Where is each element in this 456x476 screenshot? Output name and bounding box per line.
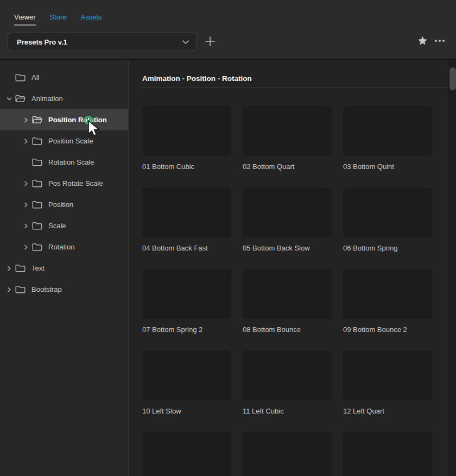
preset-thumbnail[interactable] [243, 432, 332, 476]
folder-open-icon [32, 116, 42, 124]
folder-icon [32, 201, 42, 209]
folder-icon [32, 222, 42, 230]
tab-assets[interactable]: Assets [81, 13, 102, 26]
folder-open-icon [15, 95, 26, 103]
chevron-right-icon[interactable] [23, 245, 32, 250]
folder-icon [15, 285, 26, 293]
preset-thumbnail[interactable] [142, 187, 231, 237]
preset-label: 03 Bottom Quint [343, 162, 432, 171]
sidebar-item-label: Animation [31, 95, 63, 103]
preset-thumbnail[interactable] [142, 106, 231, 156]
chevron-down-icon [182, 40, 189, 45]
sidebar-item-position-scale[interactable]: Position Scale [0, 130, 128, 152]
sidebar-item-position[interactable]: Position [0, 194, 128, 215]
preset-label: 08 Bottom Bounce [243, 325, 332, 334]
chevron-right-icon[interactable] [23, 181, 32, 186]
preset-thumbnail[interactable] [343, 432, 432, 476]
chevron-right-icon[interactable] [7, 287, 15, 292]
preset-thumbnail[interactable] [343, 350, 432, 400]
favorite-button[interactable] [415, 33, 430, 48]
tab-viewer[interactable]: Viewer [14, 13, 36, 26]
tab-bar: Viewer Store Assets [14, 13, 102, 26]
preset-grid-panel: Amimation - Position - Rotation 01 Botto… [129, 60, 448, 476]
preset-card[interactable]: 01 Bottom Cubic [142, 106, 231, 171]
collection-title: Amimation - Position - Rotation [142, 74, 252, 83]
sidebar-item-label: Text [31, 264, 45, 272]
sidebar-item-label: Scale [48, 222, 66, 230]
sidebar-item-label: Rotation [48, 243, 74, 251]
chevron-right-icon[interactable] [7, 266, 15, 271]
sidebar-item-label: All [31, 73, 39, 82]
preset-thumbnail[interactable] [243, 269, 332, 319]
preset-card[interactable] [243, 432, 332, 476]
scrollbar-thumb[interactable] [449, 67, 456, 90]
chevron-right-icon[interactable] [23, 202, 32, 208]
preset-card[interactable]: 09 Bottom Bounce 2 [343, 269, 432, 334]
preset-card[interactable]: 07 Bottom Spring 2 [142, 269, 231, 334]
preset-thumbnail[interactable] [142, 432, 231, 476]
preset-thumbnail[interactable] [243, 106, 332, 156]
preset-card[interactable]: 05 Bottom Back Slow [243, 187, 332, 253]
preset-card[interactable]: 11 Left Cubic [243, 350, 332, 416]
preset-thumbnail[interactable] [343, 106, 432, 156]
preset-card[interactable]: 03 Bottom Quint [343, 106, 432, 171]
preset-thumbnail[interactable] [343, 187, 432, 237]
sidebar-item-label: Rotation Scale [48, 158, 94, 166]
preset-thumbnail[interactable] [243, 187, 332, 237]
preset-label: 01 Bottom Cubic [142, 162, 231, 171]
sidebar-item-bootstrap[interactable]: Bootstrap [0, 279, 128, 300]
star-icon [417, 36, 428, 46]
more-options-button[interactable] [432, 33, 447, 48]
folder-icon [32, 137, 42, 145]
preset-card[interactable]: 02 Bottom Quart [243, 106, 332, 171]
chevron-right-icon[interactable] [23, 117, 32, 123]
ellipsis-icon [435, 40, 445, 42]
preset-dropdown[interactable]: Presets Pro v.1 [8, 33, 197, 51]
preset-card[interactable]: 08 Bottom Bounce [243, 269, 332, 334]
preset-label: 04 Bottom Back Fast [142, 243, 231, 253]
sidebar-item-rotation[interactable]: Rotation [0, 236, 128, 258]
sidebar-item-all[interactable]: All [0, 67, 128, 88]
preset-card[interactable]: 06 Bottom Spring [343, 187, 432, 253]
vertical-scrollbar[interactable] [448, 60, 456, 476]
preset-card[interactable] [142, 432, 231, 476]
chevron-right-icon[interactable] [23, 223, 32, 229]
chevron-right-icon[interactable] [23, 139, 32, 144]
preset-thumbnail[interactable] [142, 350, 231, 400]
sidebar-item-label: Bootstrap [31, 285, 62, 293]
tab-store[interactable]: Store [50, 13, 67, 26]
sidebar-item-animation[interactable]: Animation [0, 88, 128, 109]
folder-icon [32, 158, 42, 166]
folder-tree-sidebar: All Animation Position Rotation [0, 60, 128, 476]
mouse-cursor-icon [87, 120, 102, 138]
preset-label: 06 Bottom Spring [343, 243, 432, 253]
folder-icon [15, 73, 26, 82]
sidebar-item-position-rotation[interactable]: Position Rotation [0, 109, 128, 130]
preset-label: 09 Bottom Bounce 2 [343, 325, 432, 334]
top-bar: Viewer Store Assets Presets Pro v.1 [0, 0, 456, 59]
folder-icon [32, 179, 42, 187]
sidebar-item-rotation-scale[interactable]: Rotation Scale [0, 152, 128, 173]
sidebar-item-label: Position Scale [48, 137, 93, 145]
preset-label: 07 Bottom Spring 2 [142, 325, 231, 334]
sidebar-item-scale[interactable]: Scale [0, 215, 128, 236]
preset-label: 02 Bottom Quart [243, 162, 332, 171]
folder-icon [15, 264, 26, 272]
preset-card[interactable]: 04 Bottom Back Fast [142, 187, 231, 253]
sidebar-item-pos-rotate-scale[interactable]: Pos Rotate Scale [0, 173, 128, 194]
add-preset-button[interactable] [202, 34, 218, 49]
preset-label: 11 Left Cubic [243, 406, 332, 416]
preset-thumbnail[interactable] [343, 269, 432, 319]
preset-card[interactable]: 12 Left Quart [343, 350, 432, 416]
preset-thumbnail[interactable] [243, 350, 332, 400]
sidebar-item-text[interactable]: Text [0, 258, 128, 279]
preset-card[interactable]: 10 Left Slow [142, 350, 231, 416]
plugin-window: Viewer Store Assets Presets Pro v.1 [0, 0, 456, 476]
plus-icon [205, 36, 216, 47]
header-divider [141, 87, 447, 87]
preset-grid: 01 Bottom Cubic 02 Bottom Quart 03 Botto… [142, 106, 432, 476]
preset-card[interactable] [343, 432, 432, 476]
preset-thumbnail[interactable] [142, 269, 231, 319]
folder-icon [32, 243, 42, 251]
chevron-down-icon[interactable] [7, 96, 15, 102]
